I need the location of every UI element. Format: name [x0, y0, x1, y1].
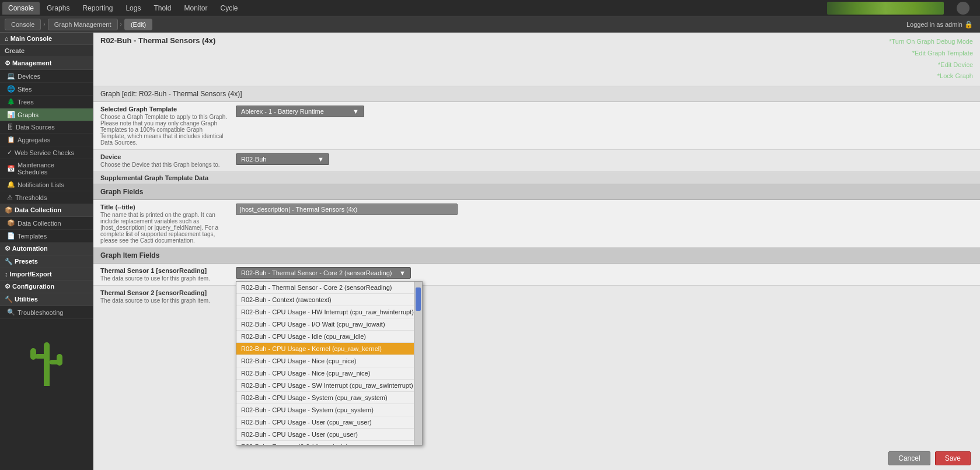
graph-template-select[interactable]: Ablerex - 1 - Battery Runtime ▼	[236, 106, 364, 117]
notification-icon: 🔔	[7, 181, 15, 188]
dropdown-item-7[interactable]: R02-Buh - CPU Usage - Nice (cpu_raw_nice…	[236, 367, 422, 380]
sensor2-label: Thermal Sensor 2 [sensorReading]	[100, 289, 229, 296]
sidebar-configuration-header[interactable]: ⚙ Configuration	[0, 280, 93, 293]
breadcrumb-bar: Console › Graph Management › (Edit) Logg…	[0, 16, 980, 33]
content-body: Selected Graph Template Choose a Graph T…	[93, 102, 980, 470]
title-input[interactable]	[236, 204, 458, 215]
top-navigation: Console Graphs Reporting Logs Thold Moni…	[0, 0, 980, 16]
utilities-icon: 🔨	[5, 296, 15, 303]
sidebar-item-sites[interactable]: 🌐 Sites	[0, 83, 93, 96]
svg-rect-2	[35, 354, 50, 359]
sidebar-item-aggregates[interactable]: 📋 Aggregates	[0, 134, 93, 146]
sidebar-item-maintenance-schedules[interactable]: 📅 Maintenance Schedules	[0, 159, 93, 178]
sidebar-data-collection-header[interactable]: 📦 Data Collection	[0, 204, 93, 217]
sidebar-item-data-sources[interactable]: 🗄 Data Sources	[0, 121, 93, 134]
nav-thold[interactable]: Thold	[148, 2, 177, 15]
user-avatar	[957, 2, 969, 15]
sensor1-select[interactable]: R02-Buh - Thermal Sensor - Core 2 (senso…	[236, 267, 411, 279]
device-select-arrow: ▼	[313, 156, 324, 163]
sidebar-management[interactable]: ⚙ Management	[0, 57, 93, 70]
sensor1-desc: The data source to use for this graph it…	[100, 275, 229, 282]
nav-cycle[interactable]: Cycle	[215, 2, 244, 15]
sidebar-item-troubleshooting[interactable]: 🔍 Troubleshooting	[0, 306, 93, 319]
title-label: Title (--title)	[100, 204, 229, 211]
breadcrumb-arrow-2: ›	[120, 21, 122, 27]
sidebar-presets-header[interactable]: 🔧 Presets	[0, 255, 93, 268]
aggregates-icon: 📋	[7, 136, 15, 143]
device-desc: Choose the Device that this Graph belong…	[100, 162, 229, 168]
sidebar-item-devices[interactable]: 💻 Devices	[0, 70, 93, 83]
dropdown-item-0[interactable]: R02-Buh - Thermal Sensor - Core 2 (senso…	[236, 282, 422, 294]
cactus-icon	[23, 331, 70, 389]
dropdown-item-9[interactable]: R02-Buh - CPU Usage - System (cpu_raw_sy…	[236, 392, 422, 404]
svg-rect-5	[57, 354, 62, 366]
dropdown-item-1[interactable]: R02-Buh - Context (rawcontext)	[236, 294, 422, 306]
sidebar-item-data-collection[interactable]: 📦 Data Collection	[0, 217, 93, 230]
cancel-button[interactable]: Cancel	[888, 451, 930, 465]
sidebar-main-console[interactable]: ⌂ Main Console	[0, 33, 93, 45]
supplemental-row: Supplemental Graph Template Data	[93, 172, 980, 184]
sensor1-label: Thermal Sensor 1 [sensorReading]	[100, 267, 229, 274]
nav-reporting[interactable]: Reporting	[76, 2, 118, 15]
sidebar-item-thresholds[interactable]: ⚠ Thresholds	[0, 191, 93, 204]
web-check-icon: ✓	[7, 149, 12, 156]
sites-icon: 🌐	[7, 85, 15, 93]
sidebar-automation-header[interactable]: ⚙ Automation	[0, 243, 93, 255]
config-icon: ⚙	[5, 283, 12, 290]
graph-item-fields-header: Graph Item Fields	[93, 248, 980, 264]
dropdown-item-11[interactable]: R02-Buh - CPU Usage - User (cpu_raw_user…	[236, 416, 422, 429]
device-select[interactable]: R02-Buh ▼	[236, 153, 329, 165]
lock-graph-link[interactable]: *Lock Graph	[889, 71, 973, 82]
dropdown-item-12[interactable]: R02-Buh - CPU Usage - User (cpu_user)	[236, 429, 422, 441]
dropdown-scrollbar[interactable]	[414, 282, 422, 445]
sidebar-utilities-header[interactable]: 🔨 Utilities	[0, 293, 93, 306]
sidebar-item-graphs[interactable]: 📊 Graphs	[0, 108, 93, 121]
nav-logs[interactable]: Logs	[120, 2, 147, 15]
sidebar-item-notification-lists[interactable]: 🔔 Notification Lists	[0, 178, 93, 191]
breadcrumb-arrow-1: ›	[43, 21, 45, 27]
bottom-action-bar: Cancel Save	[879, 447, 980, 470]
dropdown-item-6[interactable]: R02-Buh - CPU Usage - Nice (cpu_nice)	[236, 355, 422, 367]
select-arrow: ▼	[348, 108, 359, 115]
title-control	[229, 204, 973, 215]
collection-icon: 📦	[7, 219, 15, 227]
breadcrumb-graph-management[interactable]: Graph Management	[48, 19, 118, 30]
sidebar-create: Create	[0, 45, 93, 57]
presets-icon: 🔧	[5, 258, 15, 265]
dropdown-item-3[interactable]: R02-Buh - CPU Usage - I/O Wait (cpu_raw_…	[236, 318, 422, 331]
nav-monitor[interactable]: Monitor	[178, 2, 213, 15]
dropdown-item-8[interactable]: R02-Buh - CPU Usage - SW Interrupt (cpu_…	[236, 380, 422, 392]
sensor1-control: R02-Buh - Thermal Sensor - Core 2 (senso…	[229, 267, 973, 279]
dropdown-item-2[interactable]: R02-Buh - CPU Usage - HW Interrupt (cpu_…	[236, 306, 422, 318]
content-header: R02-Buh - Thermal Sensors (4x)	[100, 36, 215, 45]
trees-icon: 🌲	[7, 98, 15, 106]
breadcrumb-console[interactable]: Console	[5, 19, 41, 30]
dropdown-item-10[interactable]: R02-Buh - CPU Usage - System (cpu_system…	[236, 404, 422, 416]
form-row-graph-template: Selected Graph Template Choose a Graph T…	[93, 102, 980, 150]
dropdown-item-5[interactable]: R02-Buh - CPU Usage - Kernel (cpu_raw_ke…	[236, 343, 422, 355]
edit-graph-template-link[interactable]: *Edit Graph Template	[889, 48, 973, 59]
sidebar: ⌂ Main Console Create ⚙ Management 💻 Dev…	[0, 33, 93, 470]
nav-console[interactable]: Console	[2, 2, 40, 15]
breadcrumb-edit[interactable]: (Edit)	[124, 19, 152, 30]
content-area: R02-Buh - Thermal Sensors (4x) *Turn On …	[93, 33, 980, 470]
sidebar-import-export-header[interactable]: ↕ Import/Export	[0, 268, 93, 280]
thresholds-icon: ⚠	[7, 194, 13, 201]
turn-on-debug-link[interactable]: *Turn On Graph Debug Mode	[889, 36, 973, 48]
edit-device-link[interactable]: *Edit Device	[889, 59, 973, 71]
dropdown-item-13[interactable]: R02-Buh - Errors - gi0-0 (discards_in)	[236, 441, 422, 445]
action-links: *Turn On Graph Debug Mode *Edit Graph Te…	[889, 36, 973, 82]
dropdown-item-4[interactable]: R02-Buh - CPU Usage - Idle (cpu_raw_idle…	[236, 331, 422, 343]
data-sources-icon: 🗄	[7, 124, 13, 131]
nav-graphs[interactable]: Graphs	[41, 2, 75, 15]
graph-template-desc: Choose a Graph Template to apply to this…	[100, 114, 229, 146]
sidebar-item-templates[interactable]: 📄 Templates	[0, 230, 93, 243]
trouble-icon: 🔍	[7, 308, 15, 316]
dropdown-scrollbar-thumb	[416, 287, 421, 311]
form-row-thermal-sensor-1: Thermal Sensor 1 [sensorReading] The dat…	[93, 264, 980, 286]
device-label: Device	[100, 153, 229, 160]
sidebar-item-web-service-checks[interactable]: ✓ Web Service Checks	[0, 146, 93, 159]
save-button[interactable]: Save	[935, 451, 971, 465]
sidebar-item-trees[interactable]: 🌲 Trees	[0, 96, 93, 108]
maintenance-icon: 📅	[7, 165, 15, 173]
